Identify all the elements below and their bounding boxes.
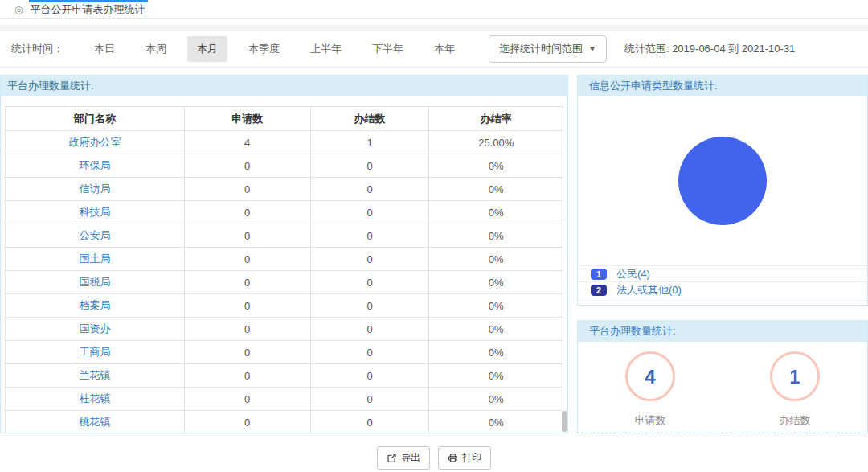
dept-name-cell[interactable]: 国资办 [6,318,185,341]
value-cell: 0 [310,201,429,224]
filter-option-4[interactable]: 上半年 [301,36,351,62]
date-range-dropdown-label: 选择统计时间范围 [499,42,583,56]
table-row: 科技局000% [6,201,563,224]
value-cell: 0% [429,224,563,248]
dept-link[interactable]: 环保局 [79,159,110,171]
value-cell: 0 [184,318,310,341]
value-cell: 0% [429,294,563,318]
dept-link[interactable]: 信访局 [79,183,110,195]
request-type-panel-body: 1公民(4)2法人或其他(0) [578,137,867,306]
dept-stats-table: 部门名称申请数办结数办结率 政府办公室4125.00%环保局000%信访局000… [5,106,563,433]
table-row: 国税局000% [6,271,563,294]
dept-link[interactable]: 国税局 [79,276,110,288]
stat-range-text: 统计范围: 2019-06-04 到 2021-10-31 [624,42,795,56]
filter-option-group: 本日本周本月本季度上半年下半年本年 [84,36,476,62]
dept-link[interactable]: 工商局 [79,346,110,358]
value-cell: 0 [184,201,310,224]
dept-link[interactable]: 国资办 [79,322,110,335]
table-header-row: 部门名称申请数办结数办结率 [6,107,563,131]
export-button-label: 导出 [401,451,420,465]
dept-link[interactable]: 桃花镇 [79,416,110,428]
date-range-dropdown[interactable]: 选择统计时间范围 ▼ [489,35,607,63]
dept-name-cell[interactable]: 档案局 [6,294,185,318]
print-button[interactable]: 打印 [438,446,491,470]
filter-option-1[interactable]: 本周 [136,36,176,62]
eye-icon: ◎ [14,5,23,14]
value-cell: 0 [310,294,429,318]
dept-name-cell[interactable]: 兰花镇 [6,364,185,388]
value-cell: 0% [429,411,563,434]
value-cell: 1 [310,131,429,154]
column-header: 申请数 [184,107,310,131]
right-column: 信息公开申请类型数量统计: 1公民(4)2法人或其他(0) 平台办理数量统计: … [577,75,868,433]
dept-name-cell[interactable]: 政府办公室 [6,131,185,154]
value-cell: 0 [184,224,310,248]
filter-option-3[interactable]: 本季度 [239,36,289,62]
filter-option-6[interactable]: 本年 [424,36,465,62]
value-cell: 0% [429,248,563,271]
pie-chart [678,137,767,225]
value-cell: 0 [184,364,310,388]
legend-item[interactable]: 2法人或其他(0) [578,282,867,298]
request-type-panel: 信息公开申请类型数量统计: 1公民(4)2法人或其他(0) [577,75,868,306]
value-cell: 0% [429,271,563,294]
dept-link[interactable]: 科技局 [79,206,110,218]
table-row: 国资办000% [6,318,563,341]
dept-name-cell[interactable]: 国税局 [6,271,185,294]
legend-badge: 2 [591,285,607,296]
table-row: 环保局000% [6,154,563,178]
vertical-scrollbar[interactable] [562,96,567,433]
request-type-panel-title: 信息公开申请类型数量统计: [578,76,867,96]
table-row: 国土局000% [6,248,563,271]
footer-actions: 导出 打印 [0,446,868,470]
legend-item[interactable]: 1公民(4) [578,266,867,282]
scrollbar-thumb[interactable] [562,411,567,432]
export-button[interactable]: 导出 [377,446,430,470]
active-tab-indicator [29,0,148,2]
value-cell: 0 [310,388,429,411]
dept-name-cell[interactable]: 国土局 [6,248,185,271]
value-cell: 0 [184,271,310,294]
legend-label: 法人或其他(0) [616,283,682,298]
tab-platform-open-request-stats[interactable]: ◎ 平台公开申请表办理统计 [6,0,156,18]
main-content: 平台办理数量统计: 部门名称申请数办结数办结率 政府办公室4125.00%环保局… [0,75,868,433]
export-icon [387,453,397,463]
value-cell: 0 [184,248,310,271]
dept-stats-panel-title: 平台办理数量统计: [1,76,567,96]
dept-link[interactable]: 桂花镇 [79,392,110,404]
dept-name-cell[interactable]: 科技局 [6,201,185,224]
dept-name-cell[interactable]: 环保局 [6,154,185,178]
dept-name-cell[interactable]: 桃花镇 [6,411,185,434]
value-cell: 0% [429,388,563,411]
dept-name-cell[interactable]: 公安局 [6,224,185,248]
dept-link[interactable]: 国土局 [79,252,110,265]
value-cell: 0 [184,388,310,411]
value-cell: 0 [310,154,429,178]
value-cell: 0 [310,364,429,388]
filter-bar: 统计时间： 本日本周本月本季度上半年下半年本年 选择统计时间范围 ▼ 统计范围:… [0,31,868,68]
value-cell: 0% [429,318,563,341]
value-cell: 0 [310,341,429,364]
table-body: 政府办公室4125.00%环保局000%信访局000%科技局000%公安局000… [6,131,563,434]
dept-name-cell[interactable]: 工商局 [6,341,185,364]
dept-link[interactable]: 公安局 [79,229,110,241]
value-cell: 0 [184,294,310,318]
value-cell: 25.00% [429,131,563,154]
table-row: 政府办公室4125.00% [6,131,563,154]
filter-option-0[interactable]: 本日 [84,36,125,62]
dept-name-cell[interactable]: 信访局 [6,178,185,201]
printer-icon [448,453,458,463]
value-cell: 0 [310,411,429,434]
dept-link[interactable]: 政府办公室 [68,136,121,148]
dept-link[interactable]: 档案局 [79,299,110,311]
dept-name-cell[interactable]: 桂花镇 [6,388,185,411]
filter-option-5[interactable]: 下半年 [362,36,413,62]
dept-link[interactable]: 兰花镇 [79,369,110,381]
totals-body: 4申请数1办结数 [578,342,867,428]
value-cell: 4 [184,131,310,154]
filter-option-2[interactable]: 本月 [187,36,227,62]
totals-panel-title: 平台办理数量统计: [578,321,867,342]
value-cell: 0 [184,341,310,364]
value-cell: 0 [310,224,429,248]
column-header: 部门名称 [6,107,185,131]
